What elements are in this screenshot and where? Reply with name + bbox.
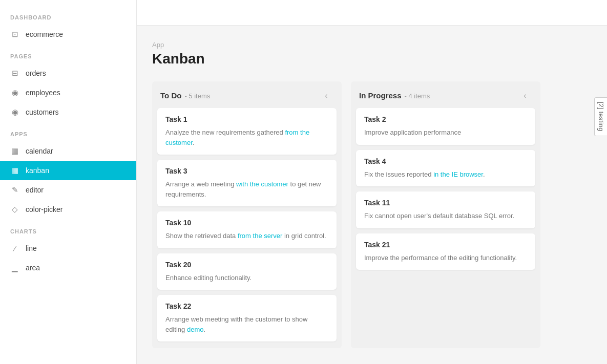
- sidebar-item-label-calendar: calendar: [26, 147, 53, 155]
- sidebar-item-employees[interactable]: ◉employees: [0, 83, 136, 102]
- side-tab[interactable]: [2] testing: [594, 97, 607, 136]
- sidebar-item-editor[interactable]: ✎editor: [0, 180, 136, 200]
- card-desc-task2: Improve application performance: [364, 127, 527, 138]
- card-title-task22: Task 22: [165, 302, 328, 310]
- card-desc-task10: Show the retrieved data from the server …: [165, 231, 328, 241]
- card-title-task11: Task 11: [364, 199, 527, 207]
- column-nav-prev-inprogress[interactable]: ‹: [518, 89, 532, 103]
- card-desc-task21: Improve the performance of the editing f…: [364, 253, 527, 263]
- breadcrumb: App: [152, 41, 592, 49]
- card-title-task3: Task 3: [165, 167, 328, 175]
- sidebar-item-label-ecommerce: ecommerce: [26, 30, 63, 38]
- customers-icon: ◉: [10, 108, 19, 117]
- sidebar-item-label-customers: customers: [26, 108, 59, 116]
- kanban-card-task20[interactable]: Task 20Enhance editing functionality.: [157, 253, 337, 290]
- column-header-todo: To Do- 5 items‹: [152, 81, 342, 108]
- kanban-card-task11[interactable]: Task 11Fix cannot open user's default da…: [356, 191, 535, 228]
- card-title-task21: Task 21: [364, 241, 527, 249]
- sidebar: DASHBOARD⊡ecommercePAGES⊟orders◉employee…: [0, 0, 137, 364]
- sidebar-item-customers[interactable]: ◉customers: [0, 102, 136, 122]
- kanban-card-task21[interactable]: Task 21Improve the performance of the ed…: [356, 233, 535, 270]
- kanban-column-todo: To Do- 5 items‹Task 1Analyze the new req…: [152, 81, 342, 348]
- column-count-inprogress: - 4 items: [405, 92, 430, 100]
- card-title-task1: Task 1: [165, 115, 328, 123]
- employees-icon: ◉: [10, 88, 19, 97]
- card-desc-task3: Arrange a web meeting with the customer …: [165, 179, 328, 199]
- line-icon: ∕: [10, 244, 19, 253]
- kanban-card-task10[interactable]: Task 10Show the retrieved data from the …: [157, 211, 337, 248]
- card-desc-task11: Fix cannot open user's default database …: [364, 211, 527, 221]
- sidebar-item-label-employees: employees: [26, 89, 60, 97]
- kanban-card-task2[interactable]: Task 2Improve application performance: [356, 108, 535, 145]
- column-nav-prev-todo[interactable]: ‹: [319, 89, 333, 103]
- color-picker-icon: ◇: [10, 205, 19, 214]
- sidebar-item-label-kanban: kanban: [26, 166, 49, 175]
- area-icon: ▁: [10, 263, 19, 272]
- sidebar-item-label-color-picker: color-picker: [26, 205, 62, 213]
- sidebar-section-charts: CHARTS: [0, 219, 136, 239]
- column-cards-inprogress: Task 2Improve application performanceTas…: [351, 108, 540, 348]
- sidebar-item-label-line: line: [26, 244, 37, 252]
- sidebar-item-label-editor: editor: [26, 186, 44, 194]
- column-title-inprogress: In Progress: [359, 91, 402, 100]
- sidebar-item-color-picker[interactable]: ◇color-picker: [0, 200, 136, 219]
- top-bar: [137, 0, 607, 26]
- sidebar-section-dashboard: DASHBOARD: [0, 5, 136, 25]
- side-tab-wrapper[interactable]: [2] testing: [594, 97, 607, 136]
- sidebar-section-pages: PAGES: [0, 44, 136, 63]
- sidebar-item-ecommerce[interactable]: ⊡ecommerce: [0, 25, 136, 44]
- card-desc-task4: Fix the issues reported in the IE browse…: [364, 169, 527, 180]
- orders-icon: ⊟: [10, 69, 19, 78]
- column-count-todo: - 5 items: [184, 92, 210, 100]
- kanban-card-task3[interactable]: Task 3Arrange a web meeting with the cus…: [157, 160, 337, 206]
- sidebar-item-area[interactable]: ▁area: [0, 258, 136, 277]
- column-title-todo: To Do: [160, 91, 181, 100]
- kanban-card-task4[interactable]: Task 4Fix the issues reported in the IE …: [356, 150, 535, 187]
- column-header-inprogress: In Progress- 4 items‹: [351, 81, 540, 108]
- card-desc-task20: Enhance editing functionality.: [165, 273, 328, 283]
- content-area: App Kanban To Do- 5 items‹Task 1Analyze …: [137, 26, 607, 364]
- card-title-task4: Task 4: [364, 157, 527, 165]
- calendar-icon: ▦: [10, 146, 19, 156]
- sidebar-item-orders[interactable]: ⊟orders: [0, 63, 136, 83]
- kanban-board: To Do- 5 items‹Task 1Analyze the new req…: [152, 81, 592, 348]
- sidebar-item-line[interactable]: ∕line: [0, 239, 136, 258]
- kanban-card-task22[interactable]: Task 22Arrange web meeting with the cust…: [157, 295, 337, 341]
- main-content: App Kanban To Do- 5 items‹Task 1Analyze …: [137, 0, 607, 364]
- card-desc-task22: Arrange web meeting with the customer to…: [165, 314, 328, 334]
- kanban-card-task1[interactable]: Task 1Analyze the new requirements gathe…: [157, 108, 337, 155]
- sidebar-item-label-area: area: [26, 264, 40, 272]
- ecommerce-icon: ⊡: [10, 30, 19, 39]
- kanban-icon: ▦: [10, 166, 19, 175]
- card-title-task10: Task 10: [165, 219, 328, 227]
- kanban-column-inprogress: In Progress- 4 items‹Task 2Improve appli…: [351, 81, 540, 348]
- card-desc-task1: Analyze the new requirements gathered fr…: [165, 127, 328, 147]
- sidebar-item-calendar[interactable]: ▦calendar: [0, 141, 136, 161]
- column-cards-todo: Task 1Analyze the new requirements gathe…: [152, 108, 342, 348]
- page-title: Kanban: [152, 51, 592, 67]
- card-title-task2: Task 2: [364, 115, 527, 123]
- editor-icon: ✎: [10, 185, 19, 195]
- card-title-task20: Task 20: [165, 261, 328, 269]
- sidebar-item-kanban[interactable]: ▦kanban: [0, 161, 136, 180]
- sidebar-section-apps: APPS: [0, 122, 136, 141]
- sidebar-item-label-orders: orders: [26, 69, 46, 77]
